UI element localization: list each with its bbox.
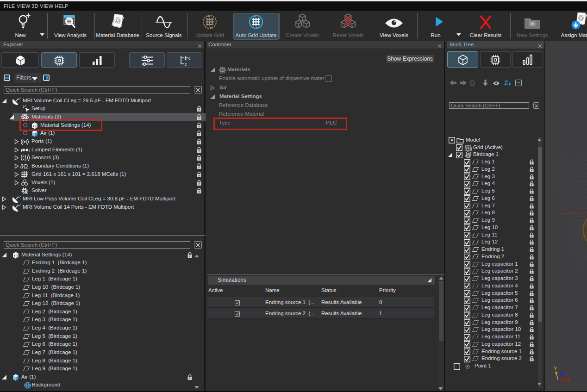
svg-text:c: c: [185, 62, 187, 66]
svg-text:Z: Z: [562, 369, 565, 374]
svg-text:Y: Y: [554, 366, 557, 371]
svg-text:∂Ω: ∂Ω: [20, 163, 28, 170]
svg-text:X: X: [567, 377, 570, 383]
svg-text:c: c: [188, 56, 191, 61]
svg-text:c: c: [185, 56, 187, 61]
